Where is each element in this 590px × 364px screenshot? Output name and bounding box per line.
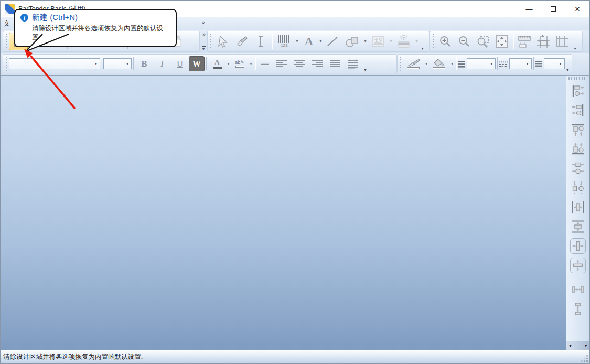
- design-canvas[interactable]: [1, 76, 566, 350]
- toolbar-more-icon[interactable]: ▾: [568, 344, 572, 348]
- underline-button[interactable]: U: [171, 56, 189, 72]
- select-tool-button[interactable]: [213, 33, 232, 50]
- toolbar-drag-handle[interactable]: [432, 34, 434, 49]
- align-left-button[interactable]: [273, 56, 291, 72]
- toolbar-drag-handle[interactable]: [5, 57, 7, 70]
- bold-button[interactable]: B: [135, 56, 153, 72]
- menu-overflow-chevron[interactable]: »: [202, 19, 204, 25]
- align-left-edges-icon: [571, 84, 585, 98]
- menu-file[interactable]: 文: [4, 19, 10, 28]
- grid-button[interactable]: [553, 33, 572, 50]
- fit-text-button[interactable]: [344, 56, 362, 72]
- line-color-button[interactable]: ▾: [403, 56, 428, 72]
- separator: [255, 57, 255, 70]
- chevron-down-icon[interactable]: ▾: [414, 39, 419, 44]
- zoom-selection-icon: [477, 35, 489, 48]
- scroll-right-icon[interactable]: ▸: [585, 343, 587, 348]
- toolbar-drag-handle[interactable]: [568, 77, 587, 80]
- toolbar-drag-handle[interactable]: [209, 34, 212, 49]
- align-right-edges-button[interactable]: [568, 100, 587, 120]
- encode-tool-button[interactable]: ▾: [393, 33, 419, 50]
- minimize-button[interactable]: —: [517, 1, 541, 17]
- separator: [206, 57, 207, 70]
- line-fill-options[interactable]: ▾: [565, 55, 571, 72]
- line-weight-icon: [458, 60, 465, 68]
- barcode-tool-button[interactable]: 123 ▾: [274, 33, 299, 50]
- zoom-selection-button[interactable]: [474, 33, 492, 50]
- text-format-options[interactable]: ▾: [362, 55, 369, 72]
- picture-tool-button[interactable]: ▾: [368, 33, 393, 50]
- file-toolbar-options[interactable]: » ▾: [200, 31, 207, 52]
- italic-button[interactable]: I: [153, 56, 171, 72]
- toolbar-drag-handle[interactable]: [5, 34, 7, 49]
- align-top-edges-button[interactable]: [568, 120, 587, 139]
- dash-icon: —: [261, 59, 269, 68]
- chevron-down-icon[interactable]: ▾: [318, 39, 323, 44]
- inverse-button[interactable]: W: [189, 56, 205, 71]
- select-arrow-icon: [217, 35, 229, 48]
- font-color-button[interactable]: A ▾: [208, 56, 231, 72]
- align-right-button[interactable]: [308, 56, 326, 72]
- bartender-window: BarTender Basic (试用) — ✕ 文 »: [0, 0, 590, 364]
- space-horizontally-button[interactable]: [568, 280, 587, 299]
- center-in-template-vertical-icon: [572, 259, 584, 272]
- view-toolbar-options[interactable]: ▾: [572, 32, 578, 51]
- edit-text-tool-button[interactable]: [251, 33, 270, 50]
- align-bottom-edges-button[interactable]: [568, 139, 587, 158]
- chevron-down-icon[interactable]: ▾: [295, 39, 299, 44]
- line-tool-button[interactable]: [323, 33, 342, 50]
- chevron-down-icon[interactable]: ▾: [363, 39, 368, 44]
- create-toolbar-group: 123 ▾ A ▾ ▾: [207, 31, 430, 52]
- space-horizontally-icon: [571, 283, 585, 296]
- font-name-combobox[interactable]: ▾: [9, 58, 100, 69]
- chevron-down-icon[interactable]: ▾: [449, 61, 454, 66]
- line-compound-combobox[interactable]: ▾: [544, 58, 564, 69]
- toolbar-drag-handle[interactable]: [399, 57, 401, 70]
- align-vertical-center-button[interactable]: [568, 178, 587, 197]
- chevron-down-icon[interactable]: ▾: [226, 61, 231, 66]
- chevron-down-icon: ▾: [488, 61, 495, 66]
- toolbar-more-icon: ▾: [573, 46, 577, 50]
- align-horizontal-center-button[interactable]: [568, 158, 587, 178]
- create-toolbar-options[interactable]: ▾: [419, 32, 426, 51]
- justify-button[interactable]: [326, 56, 344, 72]
- zoom-in-button[interactable]: [436, 33, 455, 50]
- text-tool-button[interactable]: A ▾: [299, 33, 323, 50]
- close-button[interactable]: ✕: [565, 1, 589, 17]
- text-background-button[interactable]: ab✎ ▾: [231, 56, 253, 72]
- resize-grip[interactable]: [582, 356, 588, 362]
- line-weight-combobox[interactable]: ▾: [467, 58, 496, 69]
- zoom-out-button[interactable]: [455, 33, 474, 50]
- chevron-down-icon[interactable]: ▾: [424, 61, 428, 66]
- chevron-down-icon: ▾: [524, 61, 531, 66]
- chevron-down-icon[interactable]: ▾: [249, 61, 253, 66]
- strikeout-button[interactable]: —: [257, 56, 273, 72]
- chevron-down-icon: ▾: [124, 61, 131, 66]
- line-fill-group: ▾ ▾ ▾: [397, 54, 572, 73]
- minimize-icon: —: [526, 5, 533, 13]
- workspace: ▾ ▸: [1, 76, 589, 350]
- chevron-down-icon[interactable]: ▾: [389, 39, 393, 44]
- status-bar: 清除设计区域并将各选项恢复为内置的默认设置。: [1, 350, 589, 363]
- center-in-template-horizontal-button[interactable]: [568, 236, 587, 255]
- align-left-edges-button[interactable]: [568, 81, 587, 100]
- fit-window-button[interactable]: [492, 33, 511, 50]
- snap-button[interactable]: [534, 33, 553, 50]
- line-style-combobox[interactable]: ▾: [509, 58, 532, 69]
- maximize-button[interactable]: [541, 1, 565, 17]
- font-size-combobox[interactable]: ▾: [103, 58, 132, 69]
- shape-tool-button[interactable]: ▾: [342, 33, 368, 50]
- ruler-button[interactable]: [515, 33, 534, 50]
- center-horizontally-icon: [571, 200, 585, 214]
- center-horizontally-button[interactable]: [568, 197, 587, 217]
- center-vertically-button[interactable]: [568, 217, 587, 236]
- space-vertically-button[interactable]: [568, 299, 587, 318]
- fill-color-button[interactable]: ▾: [428, 56, 454, 72]
- info-icon: i: [20, 14, 28, 22]
- align-center-button[interactable]: [291, 56, 308, 72]
- align-top-edges-icon: [571, 123, 585, 136]
- format-painter-button[interactable]: [232, 33, 251, 50]
- align-bottom-edges-icon: [571, 142, 585, 156]
- center-in-template-vertical-button[interactable]: [568, 255, 587, 275]
- align-horizontal-center-icon: [571, 162, 585, 175]
